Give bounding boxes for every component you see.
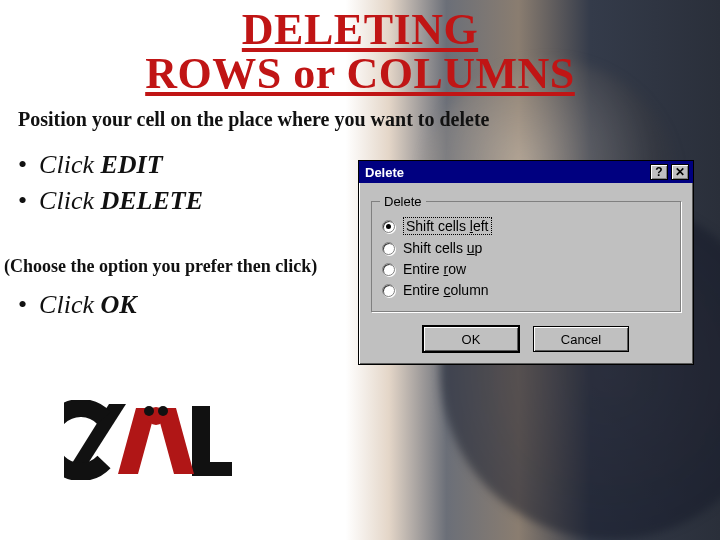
bullet-delete: • Click DELETE [18,186,203,216]
radio-label-entire-column: Entire column [403,282,489,298]
bullet-prefix: Click [39,150,94,179]
cal-logo [64,400,234,480]
radio-icon [382,242,395,255]
radio-label-entire-row: Entire row [403,261,466,277]
bullet-edit: • Click EDIT [18,150,203,180]
svg-rect-2 [192,462,232,476]
help-icon: ? [655,166,662,179]
svg-point-6 [144,406,154,416]
title-line1: DELETING [242,5,478,54]
dialog-titlebar[interactable]: Delete ? ✕ [359,161,693,183]
subtitle: Position your cell on the place where yo… [18,108,489,131]
bullet-dot-icon: • [18,290,27,320]
radio-entire-row[interactable]: Entire row [382,261,670,277]
cancel-button[interactable]: Cancel [533,326,629,352]
help-button[interactable]: ? [650,164,668,180]
dialog-title: Delete [365,165,647,180]
choose-note: (Choose the option you prefer then click… [4,256,317,277]
ok-button-label: OK [462,332,481,347]
bullet-dot-icon: • [18,150,27,180]
title-line2: ROWS or COLUMNS [40,52,680,96]
bullet-delete-kw: DELETE [100,186,203,215]
svg-point-7 [158,406,168,416]
delete-dialog: Delete ? ✕ Delete Shift cells left Shift… [358,160,694,365]
bullet-dot-icon: • [18,186,27,216]
bullet-ok-kw: OK [100,290,136,319]
radio-icon [382,220,395,233]
radio-entire-column[interactable]: Entire column [382,282,670,298]
bullet-ok: • Click OK [18,290,137,320]
radio-shift-cells-up[interactable]: Shift cells up [382,240,670,256]
ok-button[interactable]: OK [423,326,519,352]
radio-label-shift-left: Shift cells left [403,217,492,235]
bullet-prefix: Click [39,290,94,319]
close-button[interactable]: ✕ [671,164,689,180]
delete-option-group: Delete Shift cells left Shift cells up E… [371,201,681,312]
close-icon: ✕ [675,166,685,179]
cancel-button-label: Cancel [561,332,601,347]
radio-shift-cells-left[interactable]: Shift cells left [382,217,670,235]
radio-icon [382,284,395,297]
group-label: Delete [380,194,426,209]
radio-icon [382,263,395,276]
bullet-edit-kw: EDIT [100,150,162,179]
bullet-prefix: Click [39,186,94,215]
radio-label-shift-up: Shift cells up [403,240,482,256]
slide-title: DELETING ROWS or COLUMNS [0,8,720,96]
